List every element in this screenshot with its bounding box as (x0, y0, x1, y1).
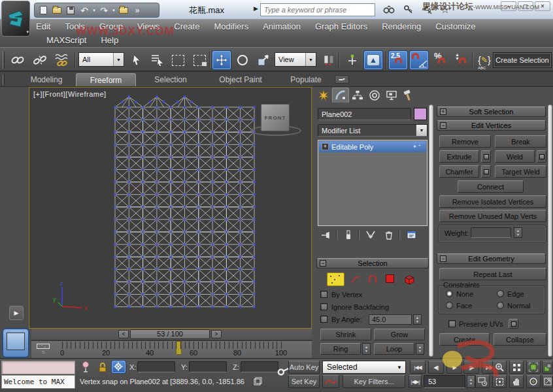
auto-key-button[interactable]: Auto Key (288, 361, 320, 374)
subobject-edge-button[interactable] (349, 273, 362, 286)
by-angle-checkbox[interactable] (320, 316, 327, 323)
remove-modifier-button[interactable] (382, 229, 396, 241)
target-weld-button[interactable]: Target Weld (495, 165, 546, 178)
subobject-vertex-button[interactable] (327, 272, 344, 286)
save-file-button[interactable] (64, 4, 77, 16)
maxscript-mini-listener[interactable] (1, 361, 75, 374)
unlink-selection-button[interactable] (30, 50, 50, 70)
window-crossing-toggle[interactable] (190, 50, 209, 70)
show-end-result-button[interactable] (341, 229, 356, 241)
rollout-selection[interactable]: − Selection (316, 258, 429, 269)
time-slider-value[interactable]: 53 / 100 (130, 329, 210, 339)
adaptive-degradation-icon[interactable] (252, 376, 263, 387)
play-animation-button[interactable]: ▶ (446, 361, 462, 374)
tab-display[interactable] (383, 88, 400, 103)
viewport-label[interactable]: [+][Front][Wireframe] (33, 90, 107, 98)
tab-populate[interactable]: Populate (281, 73, 331, 86)
current-frame-field[interactable]: 53 (424, 375, 465, 388)
weight-field[interactable] (471, 227, 511, 238)
key-login-icon[interactable] (400, 3, 417, 16)
undo-flyout-icon[interactable]: ▾ (92, 4, 97, 16)
weight-spinner[interactable] (514, 227, 522, 238)
shrink-button[interactable]: Shrink (320, 329, 371, 340)
menu-rendering[interactable]: Rendering (375, 22, 428, 31)
orbit-button[interactable] (526, 375, 541, 388)
break-button[interactable]: Break (495, 135, 546, 148)
spinner-snap-toggle[interactable]: ▲▼ (452, 50, 472, 70)
constraint-none-radio[interactable] (446, 290, 453, 297)
menu-animation[interactable]: Animation (256, 22, 308, 31)
menu-create[interactable]: Create (167, 22, 207, 31)
viewport-tabs-expand-button[interactable]: ▶ (9, 306, 24, 320)
frame-spinner[interactable] (467, 375, 475, 388)
open-file-button[interactable] (50, 4, 63, 16)
object-color-swatch[interactable] (414, 108, 427, 120)
pin-stack-button[interactable] (319, 229, 333, 241)
key-mode-dropdown[interactable]: Selected ▼ (322, 361, 406, 374)
title-flyout-icon[interactable]: ▶ (254, 5, 258, 12)
collapse-button[interactable]: Collapse (494, 333, 546, 346)
menu-maxscript[interactable]: MAXScript (39, 35, 93, 45)
select-and-link-button[interactable] (8, 50, 27, 70)
undo-button[interactable]: ↶ (78, 4, 91, 16)
new-scene-button[interactable] (37, 4, 50, 16)
x-coordinate-field[interactable] (137, 361, 175, 372)
modifier-stack[interactable]: + Editable Poly ✦⁺ (318, 140, 427, 226)
rollout-soft-selection[interactable]: + Soft Selection (437, 106, 546, 117)
ribbon-minimize-dropdown[interactable]: ▬▾ (335, 75, 349, 84)
rollout-edit-geometry[interactable]: − Edit Geometry (437, 253, 546, 264)
track-bar[interactable]: ⌒⌄↑↓ 020406080100 (31, 340, 312, 358)
keyboard-shortcut-override-toggle[interactable]: ▲ (363, 50, 383, 70)
favorites-star-icon[interactable]: ☆ (437, 3, 454, 16)
select-and-rotate-button[interactable] (233, 50, 252, 70)
viewcube[interactable]: FRONT (261, 104, 290, 131)
toolbar-grip[interactable] (3, 52, 5, 69)
tab-utilities[interactable] (400, 88, 417, 103)
communication-center-icon[interactable] (419, 3, 436, 16)
redo-button[interactable]: ↷ (97, 4, 110, 16)
listener-output[interactable]: Welcome to MAX (1, 375, 75, 389)
maximize-viewport-toggle[interactable] (542, 375, 553, 388)
selection-filter-dropdown[interactable]: All ▼ (78, 52, 124, 67)
reference-coordinate-dropdown[interactable]: View ▼ (275, 52, 316, 67)
previous-frame-slider-button[interactable]: < (118, 330, 129, 338)
next-frame-slider-button[interactable]: > (211, 330, 222, 338)
key-mode-toggle[interactable]: |◀▶| (409, 375, 422, 388)
expand-icon[interactable]: + (322, 143, 329, 150)
toolbar-overflow-button[interactable]: » (131, 4, 144, 16)
ribbon-grip[interactable] (3, 74, 5, 85)
chamfer-button[interactable]: Chamfer (439, 165, 479, 178)
extrude-settings-button[interactable] (481, 150, 491, 163)
ring-spinner[interactable] (362, 343, 371, 355)
constraint-edge-radio[interactable] (497, 290, 504, 297)
tab-modeling[interactable]: Modeling (20, 73, 73, 86)
modifier-list-dropdown[interactable]: Modifier List ▼ (318, 124, 427, 137)
weld-button[interactable]: Weld (495, 150, 535, 163)
snaps-toggle-25[interactable]: 2.5 (388, 50, 408, 70)
absolute-offset-mode-toggle[interactable] (111, 360, 126, 374)
remove-button[interactable]: Remove (439, 135, 491, 148)
tab-motion[interactable] (366, 88, 383, 103)
repeat-last-button[interactable]: Repeat Last (439, 268, 546, 280)
by-vertex-checkbox[interactable] (320, 291, 327, 298)
select-and-move-button[interactable] (212, 50, 231, 70)
make-unique-button[interactable] (363, 229, 378, 241)
mirror-button[interactable] (319, 50, 339, 70)
next-frame-button[interactable]: ||▶ (463, 361, 479, 374)
zoom-extents-all-button[interactable] (542, 361, 553, 374)
grow-button[interactable]: Grow (374, 329, 425, 340)
panel-scrollbar-left[interactable] (429, 105, 433, 357)
chamfer-settings-button[interactable] (481, 165, 491, 178)
create-button[interactable]: Create (439, 333, 490, 346)
zoom-extents-button[interactable] (526, 361, 541, 374)
bind-to-space-warp-button[interactable] (52, 50, 72, 70)
constraint-normal-radio[interactable] (497, 302, 504, 309)
panel-scrollbar-right[interactable] (548, 105, 552, 357)
preserve-uvs-checkbox[interactable] (448, 320, 456, 327)
search-icon[interactable] (380, 3, 397, 16)
by-angle-field[interactable]: 45.0 (369, 314, 412, 325)
angle-snap-toggle[interactable] (409, 50, 429, 70)
by-angle-spinner[interactable] (413, 314, 422, 325)
zoom-all-button[interactable] (509, 361, 524, 374)
close-button[interactable]: × (535, 1, 550, 11)
